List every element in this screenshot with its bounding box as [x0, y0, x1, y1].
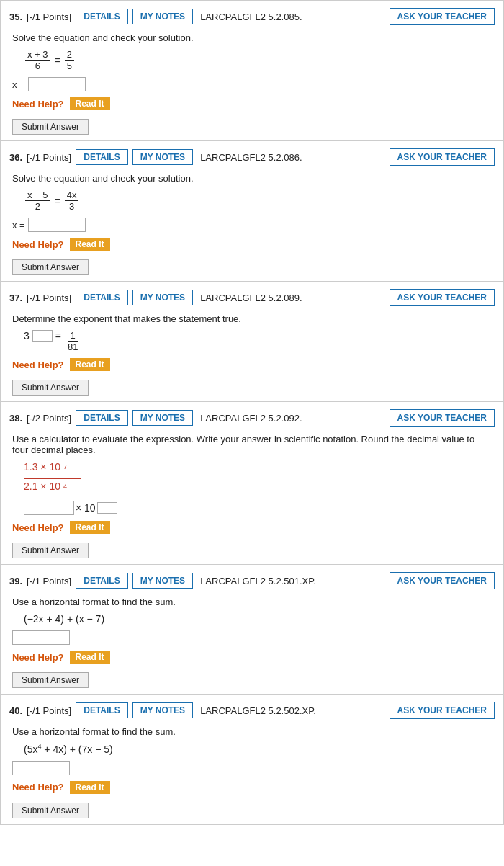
- question-39-points: [-/1 Points]: [27, 576, 71, 586]
- question-35-need-help: Need Help? Read It: [12, 97, 492, 110]
- question-39: 39. [-/1 Points] DETAILS MY NOTES LARCPA…: [0, 564, 504, 694]
- question-36-points: [-/1 Points]: [27, 152, 71, 163]
- question-38-answer-row: × 10: [24, 501, 492, 515]
- mynotes-button-38[interactable]: MY NOTES: [132, 410, 193, 426]
- question-35-x-row: x =: [12, 77, 492, 91]
- question-40-body: Use a horizontal format to find the sum.…: [9, 726, 495, 818]
- question-40-input-row: [12, 761, 492, 775]
- problem-code-39: LARCPALGFL2 5.2.501.XP.: [200, 576, 384, 586]
- ask-teacher-button-37[interactable]: ASK YOUR TEACHER: [390, 289, 495, 306]
- read-it-button-39[interactable]: Read It: [70, 651, 110, 664]
- question-38: 38. [-/2 Points] DETAILS MY NOTES LARCPA…: [0, 401, 504, 564]
- question-36-submit-row: Submit Answer: [12, 254, 492, 275]
- question-35-answer-input[interactable]: [28, 77, 86, 91]
- question-38-exp-input[interactable]: [97, 502, 117, 514]
- question-39-equation: (−2x + 4) + (x − 7): [24, 613, 492, 625]
- submit-button-40[interactable]: Submit Answer: [12, 803, 89, 818]
- question-40-instruction: Use a horizontal format to find the sum.: [12, 726, 492, 737]
- question-35-points: [-/1 Points]: [27, 12, 71, 22]
- question-38-points: [-/2 Points]: [27, 413, 71, 424]
- question-36: 36. [-/1 Points] DETAILS MY NOTES LARCPA…: [0, 140, 504, 281]
- ask-teacher-button-36[interactable]: ASK YOUR TEACHER: [390, 148, 495, 166]
- question-36-answer-input[interactable]: [28, 218, 86, 232]
- question-39-submit-row: Submit Answer: [12, 666, 492, 688]
- question-37-need-help: Need Help? Read It: [12, 358, 492, 371]
- read-it-button-35[interactable]: Read It: [70, 97, 110, 110]
- submit-button-36[interactable]: Submit Answer: [12, 259, 89, 275]
- details-button-39[interactable]: DETAILS: [76, 573, 127, 589]
- ask-teacher-button-35[interactable]: ASK YOUR TEACHER: [390, 8, 495, 25]
- mynotes-button-36[interactable]: MY NOTES: [132, 149, 193, 165]
- question-39-answer-input[interactable]: [12, 630, 70, 645]
- problem-code-36: LARCPALGFL2 5.2.086.: [200, 152, 384, 163]
- question-35-number: 35.: [9, 12, 22, 22]
- ask-teacher-button-40[interactable]: ASK YOUR TEACHER: [390, 702, 495, 719]
- question-40-submit-row: Submit Answer: [12, 797, 492, 818]
- question-40-points: [-/1 Points]: [27, 705, 71, 716]
- question-37-body: Determine the exponent that makes the st…: [9, 313, 495, 396]
- question-37-equation: 3 = 1 81: [24, 330, 492, 352]
- eq35-frac2: 2 5: [63, 49, 76, 71]
- details-button-38[interactable]: DETAILS: [76, 410, 127, 426]
- read-it-button-36[interactable]: Read It: [70, 238, 110, 251]
- question-35-instruction: Solve the equation and check your soluti…: [12, 32, 492, 43]
- eq36-frac1: x − 5 2: [25, 189, 50, 212]
- submit-button-39[interactable]: Submit Answer: [12, 672, 89, 688]
- question-38-decimal-input[interactable]: [24, 501, 74, 515]
- mynotes-button-39[interactable]: MY NOTES: [132, 573, 193, 589]
- question-38-instruction: Use a calculator to evaluate the express…: [12, 434, 492, 455]
- question-40-answer-input[interactable]: [12, 761, 70, 775]
- problem-code-40: LARCPALGFL2 5.2.502.XP.: [200, 705, 384, 716]
- question-40-need-help: Need Help? Read It: [12, 781, 492, 794]
- problem-code-38: LARCPALGFL2 5.2.092.: [200, 413, 384, 424]
- question-36-equation: x − 5 2 = 4x 3: [24, 189, 492, 212]
- mynotes-button-37[interactable]: MY NOTES: [132, 290, 193, 305]
- details-button-35[interactable]: DETAILS: [76, 9, 127, 24]
- question-37-exponent-input[interactable]: [32, 330, 53, 342]
- mynotes-button-40[interactable]: MY NOTES: [132, 702, 193, 718]
- question-35-submit-row: Submit Answer: [12, 113, 492, 135]
- question-37-header: 37. [-/1 Points] DETAILS MY NOTES LARCPA…: [9, 289, 495, 306]
- question-36-need-help: Need Help? Read It: [12, 238, 492, 251]
- question-37: 37. [-/1 Points] DETAILS MY NOTES LARCPA…: [0, 281, 504, 401]
- ask-teacher-button-38[interactable]: ASK YOUR TEACHER: [390, 409, 495, 427]
- details-button-37[interactable]: DETAILS: [76, 290, 127, 305]
- question-37-points: [-/1 Points]: [27, 293, 71, 303]
- question-35-equation: x + 3 6 = 2 5: [24, 49, 492, 71]
- mynotes-button-35[interactable]: MY NOTES: [132, 9, 193, 24]
- question-39-instruction: Use a horizontal format to find the sum.: [12, 597, 492, 607]
- question-38-body: Use a calculator to evaluate the express…: [9, 434, 495, 558]
- question-38-header: 38. [-/2 Points] DETAILS MY NOTES LARCPA…: [9, 409, 495, 427]
- details-button-40[interactable]: DETAILS: [76, 702, 127, 718]
- problem-code-37: LARCPALGFL2 5.2.089.: [200, 293, 384, 303]
- ask-teacher-button-39[interactable]: ASK YOUR TEACHER: [390, 572, 495, 589]
- question-40-header: 40. [-/1 Points] DETAILS MY NOTES LARCPA…: [9, 702, 495, 719]
- details-button-36[interactable]: DETAILS: [76, 149, 127, 165]
- question-40-number: 40.: [9, 705, 22, 716]
- question-38-equation: 1.3 × 107 2.1 × 104 × 10: [24, 461, 492, 515]
- question-40-equation: (5x4 + 4x) + (7x − 5): [24, 743, 492, 755]
- read-it-button-37[interactable]: Read It: [70, 358, 110, 371]
- question-37-submit-row: Submit Answer: [12, 374, 492, 396]
- question-40: 40. [-/1 Points] DETAILS MY NOTES LARCPA…: [0, 694, 504, 825]
- question-36-body: Solve the equation and check your soluti…: [9, 173, 495, 275]
- read-it-button-38[interactable]: Read It: [70, 521, 110, 534]
- question-38-need-help: Need Help? Read It: [12, 521, 492, 534]
- question-39-input-row: [12, 630, 492, 645]
- submit-button-35[interactable]: Submit Answer: [12, 119, 89, 135]
- question-39-expression: (−2x + 4) + (x − 7): [24, 613, 104, 625]
- question-36-instruction: Solve the equation and check your soluti…: [12, 173, 492, 184]
- read-it-button-40[interactable]: Read It: [70, 781, 110, 794]
- question-39-body: Use a horizontal format to find the sum.…: [9, 597, 495, 688]
- question-35-body: Solve the equation and check your soluti…: [9, 32, 495, 135]
- question-37-instruction: Determine the exponent that makes the st…: [12, 313, 492, 324]
- question-39-need-help: Need Help? Read It: [12, 651, 492, 664]
- question-35: 35. [-/1 Points] DETAILS MY NOTES LARCPA…: [0, 0, 504, 140]
- submit-button-37[interactable]: Submit Answer: [12, 380, 89, 396]
- submit-button-38[interactable]: Submit Answer: [12, 543, 89, 558]
- question-36-number: 36.: [9, 152, 22, 163]
- eq36-frac2: 4x 3: [65, 189, 79, 212]
- question-35-header: 35. [-/1 Points] DETAILS MY NOTES LARCPA…: [9, 8, 495, 25]
- question-38-submit-row: Submit Answer: [12, 537, 492, 558]
- question-39-header: 39. [-/1 Points] DETAILS MY NOTES LARCPA…: [9, 572, 495, 589]
